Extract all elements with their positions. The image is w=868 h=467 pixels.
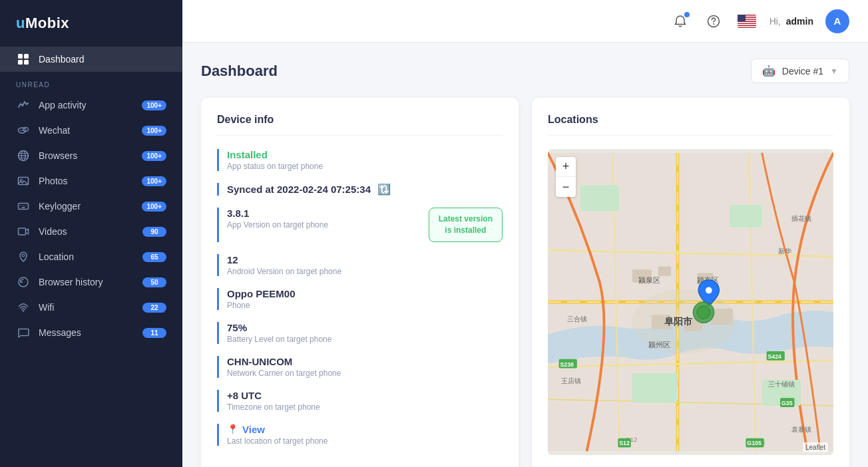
content-area: Dashboard 🤖 Device #1 ▼ Device info Inst…: [182, 43, 868, 467]
svg-rect-46: [632, 373, 678, 402]
info-row-network: CHN-UNICOM Network Carrier on target pho…: [217, 356, 503, 378]
videos-icon: [16, 226, 31, 237]
info-row-battery: 75% Battery Level on target phone: [217, 322, 503, 344]
info-content-timezone: +8 UTC Timezone on target phone: [227, 390, 503, 412]
info-content-network: CHN-UNICOM Network Carrier on target pho…: [227, 356, 503, 378]
svg-rect-33: [738, 15, 746, 22]
badge-browser-history: 50: [142, 277, 166, 287]
version-value: 3.8.1: [227, 208, 429, 219]
map-zoom-in[interactable]: +: [556, 157, 576, 177]
wechat-icon: [16, 124, 31, 136]
main-area: Hi, admin A Dashboard 🤖 Device #1 ▼ Devi…: [182, 0, 868, 467]
battery-value: 75%: [227, 322, 503, 333]
sidebar-item-messages[interactable]: Messages 11: [0, 320, 182, 345]
locations-title: Locations: [548, 114, 833, 136]
svg-text:三十铺镇: 三十铺镇: [769, 381, 795, 388]
svg-text:袁寨镇: 袁寨镇: [791, 426, 811, 433]
device-info-card: Device info Installed App status on targ…: [201, 98, 519, 467]
sync-value: Synced at 2022-02-24 07:25:34: [227, 184, 371, 195]
content-header: Dashboard 🤖 Device #1 ▼: [201, 59, 849, 83]
sync-row: Synced at 2022-02-24 07:25:34 🔃: [227, 183, 503, 196]
badge-photos: 100+: [142, 176, 166, 186]
svg-rect-20: [19, 228, 26, 235]
svg-text:颍州区: 颍州区: [648, 341, 670, 349]
android-icon: 🤖: [762, 65, 775, 77]
sidebar-label-keylogger: Keylogger: [39, 201, 142, 212]
sidebar-item-wechat[interactable]: Wechat 100+: [0, 118, 182, 143]
svg-point-4: [19, 128, 26, 133]
badge-app-activity: 100+: [142, 100, 166, 110]
svg-rect-15: [19, 204, 29, 210]
sync-icon[interactable]: 🔃: [377, 183, 391, 196]
info-row-phone: Oppo PEEM00 Phone: [217, 288, 503, 310]
timezone-value: +8 UTC: [227, 390, 503, 401]
map-attribution: Leaflet: [803, 442, 828, 452]
messages-icon: [16, 327, 31, 339]
notification-dot: [684, 12, 690, 17]
svg-rect-2: [18, 60, 23, 65]
sidebar-item-label-dashboard: Dashboard: [39, 54, 166, 65]
badge-messages: 11: [142, 328, 166, 338]
badge-browsers: 100+: [142, 151, 166, 161]
phone-value: Oppo PEEM00: [227, 288, 503, 299]
info-content-sync: Synced at 2022-02-24 07:25:34 🔃: [227, 183, 503, 196]
help-button[interactable]: [703, 11, 724, 32]
svg-rect-1: [24, 54, 29, 59]
cards-row: Device info Installed App status on targ…: [201, 98, 849, 467]
svg-text:G105: G105: [747, 440, 761, 446]
svg-rect-3: [24, 60, 29, 65]
sidebar-item-app-activity[interactable]: App activity 100+: [0, 92, 182, 118]
sidebar-item-wifi[interactable]: Wifi 22: [0, 295, 182, 320]
svg-rect-44: [580, 186, 620, 212]
sidebar-item-keylogger[interactable]: Keylogger 100+: [0, 194, 182, 219]
map-zoom-out[interactable]: −: [556, 177, 576, 197]
svg-point-80: [706, 287, 712, 294]
svg-rect-45: [730, 205, 762, 228]
device-selector[interactable]: 🤖 Device #1 ▼: [751, 59, 849, 83]
info-content-version: 3.8.1 App Version on target phone: [227, 208, 429, 230]
sidebar-label-app-activity: App activity: [39, 100, 142, 110]
svg-text:插花镇: 插花镇: [791, 215, 811, 222]
sidebar-item-dashboard[interactable]: Dashboard: [0, 47, 182, 72]
svg-text:S238: S238: [560, 361, 574, 368]
svg-text:颍泉区: 颍泉区: [639, 276, 661, 284]
svg-point-5: [21, 130, 22, 131]
badge-videos: 90: [142, 227, 166, 237]
photos-icon: [16, 175, 31, 187]
map-controls: + −: [556, 157, 576, 197]
info-content-location-view: 📍 View Last location of target phone: [227, 424, 503, 446]
sidebar-label-photos: Photos: [39, 176, 142, 186]
sidebar-item-browsers[interactable]: Browsers 100+: [0, 143, 182, 168]
installed-value: Installed: [227, 149, 503, 160]
user-avatar[interactable]: A: [825, 9, 849, 33]
sidebar-item-photos[interactable]: Photos 100+: [0, 168, 182, 194]
svg-text:三合镇: 三合镇: [567, 315, 587, 323]
svg-text:G35: G35: [781, 400, 793, 406]
logo-mobix: Mobix: [25, 15, 69, 31]
sidebar-item-browser-history[interactable]: Browser history 50: [0, 269, 182, 295]
version-label: App Version on target phone: [227, 220, 429, 230]
sidebar-label-browser-history: Browser history: [39, 277, 142, 287]
sidebar-item-videos[interactable]: Videos 90: [0, 219, 182, 244]
username-label: admin: [786, 16, 813, 27]
svg-text:新华: 新华: [778, 247, 791, 255]
timezone-label: Timezone on target phone: [227, 402, 503, 412]
version-badge: Latest versionis installed: [429, 208, 503, 242]
info-row-location-view: 📍 View Last location of target phone: [217, 424, 503, 446]
svg-text:S424: S424: [768, 353, 782, 360]
app-activity-icon: [16, 99, 31, 111]
view-location-link[interactable]: 📍 View: [227, 424, 503, 435]
svg-rect-31: [738, 24, 756, 25]
view-label: View: [242, 424, 265, 435]
sidebar-item-location[interactable]: Location 65: [0, 244, 182, 269]
network-value: CHN-UNICOM: [227, 356, 503, 367]
device-selector-label: Device #1: [782, 66, 823, 77]
svg-rect-32: [738, 26, 756, 27]
sidebar-label-wechat: Wechat: [39, 125, 142, 136]
notification-button[interactable]: [670, 11, 691, 32]
info-content-phone: Oppo PEEM00 Phone: [227, 288, 503, 310]
installed-label: App status on target phone: [227, 162, 503, 171]
sidebar-label-location: Location: [39, 251, 142, 262]
device-info-title: Device info: [217, 114, 503, 136]
sidebar-logo: uMobix: [0, 0, 182, 47]
